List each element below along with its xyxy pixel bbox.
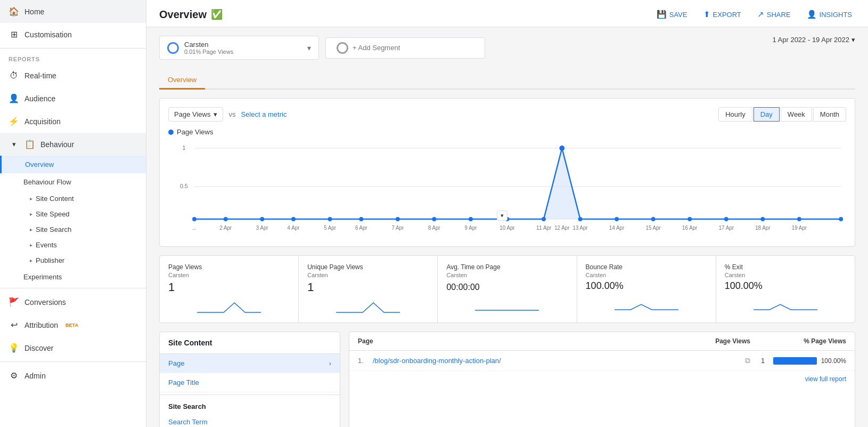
- expand-site-content-icon: ▸: [30, 196, 32, 202]
- content-area: Carsten 0.01% Page Views ▾ + Add Segment…: [146, 27, 868, 427]
- sidebar-item-home[interactable]: 🏠 Home: [0, 0, 146, 23]
- sidebar-item-attribution[interactable]: ↩ Attribution BETA: [0, 313, 146, 336]
- insights-button[interactable]: 👤 INSIGHTS: [804, 7, 855, 21]
- save-icon: 💾: [657, 10, 667, 19]
- svg-text:10 Apr: 10 Apr: [499, 225, 515, 231]
- site-content-search-term-label: Search Term: [168, 418, 207, 426]
- sidebar-sub-events[interactable]: ▸ Events: [0, 237, 146, 253]
- chart-point-7: [432, 217, 436, 221]
- metric-card-exit-title: % Exit: [725, 263, 846, 271]
- metric-card-bouncerate: Bounce Rate Carsten 100.00%: [577, 256, 716, 323]
- acquisition-icon: ⚡: [9, 116, 19, 126]
- sparkline-avgtime: [446, 295, 568, 311]
- behaviour-icon: ▾: [9, 140, 19, 148]
- sidebar-sub-site-speed[interactable]: ▸ Site Speed: [0, 206, 146, 222]
- sidebar-divider-1: [0, 48, 146, 49]
- col-pct-header: % Page Views: [750, 337, 846, 345]
- metric-card-pv-value: 1: [168, 280, 290, 294]
- segment-name-1: Carsten: [184, 41, 302, 49]
- sidebar-site-content-label: Site Content: [36, 195, 74, 203]
- sidebar-sub-overview[interactable]: Overview: [0, 156, 146, 173]
- sidebar-overview-label: Overview: [25, 160, 54, 168]
- chart-point-10: [542, 217, 546, 221]
- time-btn-month[interactable]: Month: [813, 107, 846, 122]
- sidebar-item-customisation[interactable]: ⊞ Customisation: [0, 23, 146, 46]
- chart-svg: 1 0.5: [168, 140, 846, 236]
- sidebar-sub-site-content[interactable]: ▸ Site Content: [0, 191, 146, 206]
- site-content-page-title[interactable]: Page Title: [160, 373, 340, 392]
- date-range[interactable]: 1 Apr 2022 - 19 Apr 2022 ▾: [772, 36, 855, 44]
- svg-text:8 Apr: 8 Apr: [428, 225, 441, 231]
- chart-section: Page Views ▾ vs Select a metric Hourly D…: [159, 98, 855, 247]
- attribution-icon: ↩: [9, 320, 19, 330]
- add-segment-button[interactable]: + Add Segment: [325, 37, 485, 59]
- sidebar-item-realtime[interactable]: ⏱ Real-time: [0, 65, 146, 87]
- home-icon: 🏠: [9, 6, 19, 17]
- metric-dropdown[interactable]: Page Views ▾: [168, 107, 223, 122]
- sidebar-sub-site-search[interactable]: ▸ Site Search: [0, 222, 146, 237]
- save-button[interactable]: 💾 SAVE: [653, 7, 691, 21]
- reports-section-label: REPORTS: [0, 51, 146, 65]
- export-label: EXPORT: [713, 11, 741, 19]
- customisation-icon: ⊞: [9, 29, 19, 39]
- sidebar-item-conversions[interactable]: 🚩 Conversions: [0, 291, 146, 313]
- main-header: Overview ✅ 💾 SAVE ⬆ EXPORT ↗ SHARE 👤 INS…: [146, 0, 868, 27]
- svg-text:7 Apr: 7 Apr: [391, 225, 404, 231]
- time-btn-day[interactable]: Day: [754, 107, 780, 122]
- metric-card-upv-title: Unique Page Views: [307, 263, 429, 271]
- sparkline-exit: [725, 295, 846, 311]
- metric-card-uniquepv: Unique Page Views Carsten 1: [299, 256, 438, 323]
- select-metric-link[interactable]: Select a metric: [241, 110, 286, 118]
- view-full-report-link[interactable]: view full report: [349, 371, 855, 387]
- svg-text:18 Apr: 18 Apr: [755, 225, 771, 231]
- sidebar-sub-experiments[interactable]: Experiments: [0, 268, 146, 286]
- sidebar-item-audience[interactable]: 👤 Audience: [0, 87, 146, 110]
- sidebar-sub-publisher[interactable]: ▸ Publisher: [0, 253, 146, 268]
- site-content-page[interactable]: Page ›: [160, 354, 340, 373]
- site-content-page-arrow-icon: ›: [329, 359, 331, 367]
- svg-text:19 Apr: 19 Apr: [792, 225, 807, 231]
- site-content-search-term[interactable]: Search Term: [160, 413, 340, 427]
- sidebar-divider-2: [0, 288, 146, 288]
- audience-icon: 👤: [9, 93, 19, 103]
- chart-point-spike: [559, 146, 564, 151]
- chart-point-17: [760, 217, 765, 221]
- sidebar-behaviour-label: Behaviour: [40, 140, 74, 149]
- time-btn-hourly[interactable]: Hourly: [718, 107, 752, 122]
- time-buttons: Hourly Day Week Month: [718, 107, 846, 122]
- col-page-header: Page: [358, 337, 697, 345]
- share-button[interactable]: ↗ SHARE: [754, 7, 794, 21]
- segment-box-1[interactable]: Carsten 0.01% Page Views ▾: [159, 36, 319, 60]
- row-pv-value: 1: [750, 357, 765, 365]
- metric-card-pv-sub: Carsten: [168, 272, 290, 278]
- site-content-header: Site Content: [160, 332, 340, 354]
- sidebar-sub-behaviour-flow[interactable]: Behaviour Flow: [0, 173, 146, 191]
- sidebar-item-discover[interactable]: 💡 Discover: [0, 336, 146, 359]
- page-link[interactable]: /blog/sdr-onboarding-monthly-action-plan…: [373, 357, 742, 365]
- segment-circle-1: [167, 42, 179, 54]
- sidebar-item-behaviour[interactable]: ▾ 📋 Behaviour: [0, 133, 146, 156]
- svg-text:9 Apr: 9 Apr: [465, 225, 478, 231]
- time-btn-week[interactable]: Week: [781, 107, 812, 122]
- sidebar-home-label: Home: [24, 7, 44, 16]
- sidebar-item-acquisition[interactable]: ⚡ Acquisition: [0, 110, 146, 133]
- vs-label: vs: [228, 110, 235, 118]
- chart-point-2: [260, 217, 264, 221]
- overview-tabs: Overview: [159, 71, 855, 90]
- tab-overview[interactable]: Overview: [159, 71, 205, 90]
- metric-card-avgtime-sub: Carsten: [446, 272, 568, 278]
- copy-link-icon[interactable]: ⧉: [745, 356, 750, 365]
- svg-text:12 Apr: 12 Apr: [554, 225, 570, 231]
- date-range-chevron-icon: ▾: [851, 36, 855, 44]
- metric-label: Page Views: [174, 110, 210, 118]
- svg-text:3 Apr: 3 Apr: [256, 225, 269, 231]
- legend-dot: [168, 130, 174, 135]
- segments-row: Carsten 0.01% Page Views ▾ + Add Segment: [159, 36, 485, 60]
- add-segment-label: + Add Segment: [353, 44, 400, 52]
- chart-point-8: [469, 217, 473, 221]
- sidebar-divider-3: [0, 361, 146, 362]
- sidebar-item-admin[interactable]: ⚙ Admin: [0, 364, 146, 387]
- insights-label: INSIGHTS: [820, 11, 852, 19]
- export-button[interactable]: ⬆ EXPORT: [700, 7, 744, 21]
- svg-text:1: 1: [182, 144, 185, 151]
